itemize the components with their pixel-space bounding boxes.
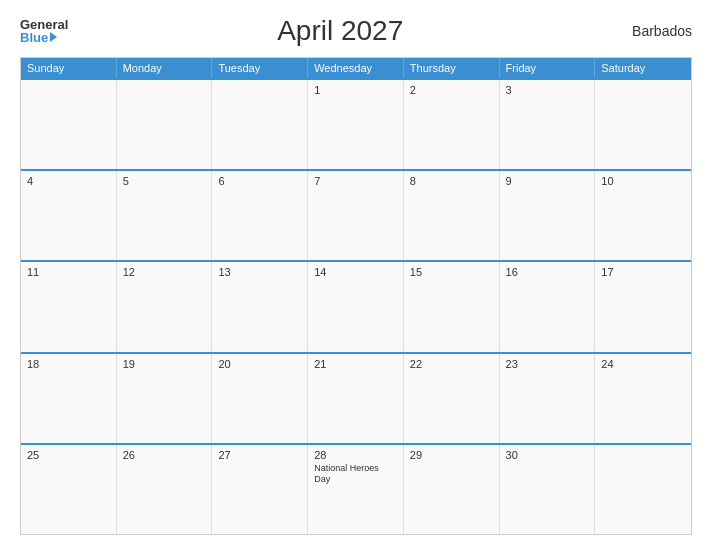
header-monday: Monday xyxy=(117,58,213,78)
week-row-3: 11 12 13 14 15 16 17 xyxy=(21,260,691,351)
day-cell-12: 12 xyxy=(117,262,213,351)
header-friday: Friday xyxy=(500,58,596,78)
week-row-5: 25 26 27 28 National Heroes Day 29 30 xyxy=(21,443,691,534)
day-cell-14: 14 xyxy=(308,262,404,351)
header-sunday: Sunday xyxy=(21,58,117,78)
header-thursday: Thursday xyxy=(404,58,500,78)
header: General Blue April 2027 Barbados xyxy=(20,15,692,47)
logo-blue-text: Blue xyxy=(20,31,57,44)
day-headers-row: Sunday Monday Tuesday Wednesday Thursday… xyxy=(21,58,691,78)
week-row-2: 4 5 6 7 8 9 10 xyxy=(21,169,691,260)
day-cell-28: 28 National Heroes Day xyxy=(308,445,404,534)
day-cell-22: 22 xyxy=(404,354,500,443)
weeks-container: 1 2 3 4 5 6 7 8 9 10 11 12 13 14 15 xyxy=(21,78,691,534)
day-cell xyxy=(117,80,213,169)
calendar-title: April 2027 xyxy=(68,15,612,47)
day-cell-9: 9 xyxy=(500,171,596,260)
calendar: Sunday Monday Tuesday Wednesday Thursday… xyxy=(20,57,692,535)
week-row-1: 1 2 3 xyxy=(21,78,691,169)
header-saturday: Saturday xyxy=(595,58,691,78)
day-cell-29: 29 xyxy=(404,445,500,534)
day-cell-11: 11 xyxy=(21,262,117,351)
day-cell-15: 15 xyxy=(404,262,500,351)
week-row-4: 18 19 20 21 22 23 24 xyxy=(21,352,691,443)
day-cell-23: 23 xyxy=(500,354,596,443)
day-cell-16: 16 xyxy=(500,262,596,351)
country-label: Barbados xyxy=(612,23,692,39)
page: General Blue April 2027 Barbados Sunday … xyxy=(0,0,712,550)
day-cell-5: 5 xyxy=(117,171,213,260)
day-cell xyxy=(595,80,691,169)
day-cell xyxy=(21,80,117,169)
day-cell-27: 27 xyxy=(212,445,308,534)
day-cell-4: 4 xyxy=(21,171,117,260)
day-cell-1: 1 xyxy=(308,80,404,169)
day-cell-30: 30 xyxy=(500,445,596,534)
day-cell-26: 26 xyxy=(117,445,213,534)
day-cell-7: 7 xyxy=(308,171,404,260)
logo: General Blue xyxy=(20,18,68,44)
day-cell-8: 8 xyxy=(404,171,500,260)
day-cell-2: 2 xyxy=(404,80,500,169)
day-cell-24: 24 xyxy=(595,354,691,443)
day-cell-20: 20 xyxy=(212,354,308,443)
day-cell-17: 17 xyxy=(595,262,691,351)
day-cell xyxy=(212,80,308,169)
day-cell-13: 13 xyxy=(212,262,308,351)
day-cell-18: 18 xyxy=(21,354,117,443)
day-cell-19: 19 xyxy=(117,354,213,443)
day-cell xyxy=(595,445,691,534)
header-wednesday: Wednesday xyxy=(308,58,404,78)
day-cell-6: 6 xyxy=(212,171,308,260)
day-cell-3: 3 xyxy=(500,80,596,169)
day-cell-21: 21 xyxy=(308,354,404,443)
day-cell-25: 25 xyxy=(21,445,117,534)
day-cell-10: 10 xyxy=(595,171,691,260)
logo-triangle-icon xyxy=(50,32,57,42)
header-tuesday: Tuesday xyxy=(212,58,308,78)
